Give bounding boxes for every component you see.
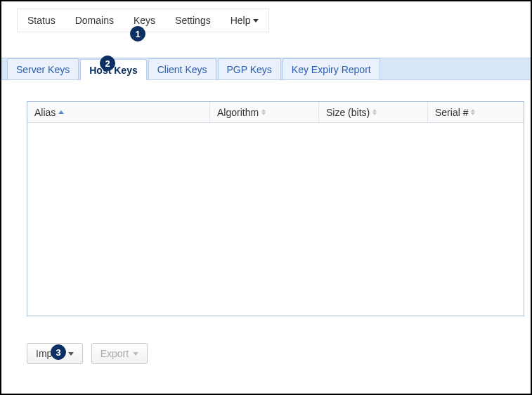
caret-down-icon <box>133 352 138 356</box>
nav-help[interactable]: Help <box>221 9 269 32</box>
caret-down-icon <box>68 352 74 356</box>
sort-icon <box>372 109 377 115</box>
table-header-row: Alias Algorithm Size (bits) Serial # <box>27 102 524 123</box>
keys-table: Alias Algorithm Size (bits) Serial # <box>27 101 524 316</box>
sort-icon <box>471 109 475 115</box>
tab-pgp-keys[interactable]: PGP Keys <box>218 58 281 79</box>
tab-key-expiry-report[interactable]: Key Expiry Report <box>283 58 380 79</box>
caret-down-icon <box>253 19 259 22</box>
callout-1: 1 <box>130 26 145 41</box>
tab-client-keys[interactable]: Client Keys <box>148 58 216 79</box>
nav-domains[interactable]: Domains <box>65 9 124 32</box>
tab-server-keys[interactable]: Server Keys <box>7 58 79 79</box>
button-row: Import Export <box>27 343 531 364</box>
th-size[interactable]: Size (bits) <box>319 102 428 122</box>
callout-3: 3 <box>51 344 66 360</box>
content: Alias Algorithm Size (bits) Serial # <box>1 80 531 323</box>
th-serial[interactable]: Serial # <box>428 102 524 122</box>
sort-asc-icon <box>58 110 64 114</box>
export-button[interactable]: Export <box>91 343 148 364</box>
th-alias[interactable]: Alias <box>27 102 210 122</box>
tabs-row: Server Keys Host Keys Client Keys PGP Ke… <box>1 58 531 80</box>
callout-2: 2 <box>100 56 115 71</box>
nav-status[interactable]: Status <box>18 9 65 32</box>
sort-icon <box>261 109 266 115</box>
th-algorithm[interactable]: Algorithm <box>210 102 319 122</box>
nav-keys[interactable]: Keys <box>124 9 165 32</box>
nav-settings[interactable]: Settings <box>165 9 221 32</box>
